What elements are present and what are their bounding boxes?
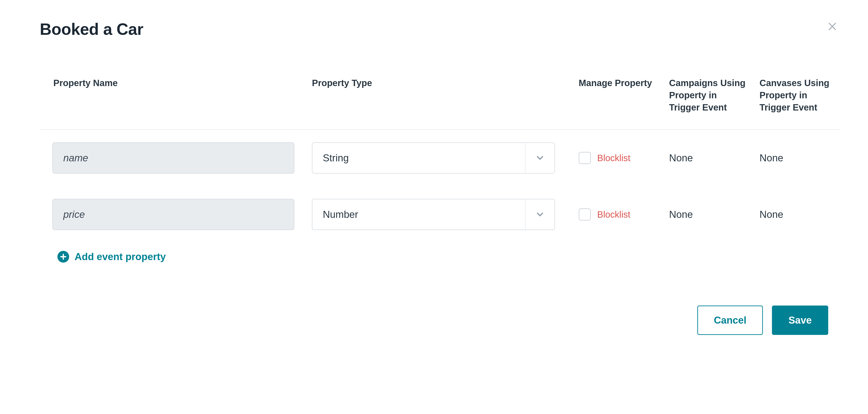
property-name-input[interactable]: name <box>53 142 294 173</box>
column-header-campaigns: Campaigns Using Property in Trigger Even… <box>664 77 754 129</box>
property-type-value: Number <box>312 209 525 220</box>
add-event-property-button[interactable]: Add event property <box>40 243 828 263</box>
column-header-manage: Manage Property <box>573 77 664 129</box>
cancel-button-label: Cancel <box>714 315 746 326</box>
chevron-down-icon <box>525 199 555 230</box>
campaigns-value: None <box>669 152 693 163</box>
properties-table: Property Name Property Type Manage Prope… <box>40 77 840 243</box>
table-row: name String Blocklist <box>40 130 840 186</box>
event-properties-modal: Booked a Car Property Name Property Type… <box>0 0 868 362</box>
campaigns-value: None <box>669 209 693 220</box>
close-icon <box>827 20 838 33</box>
blocklist-checkbox[interactable] <box>579 209 591 221</box>
property-name-input[interactable]: price <box>53 199 294 230</box>
cancel-button[interactable]: Cancel <box>698 306 763 335</box>
add-event-property-label: Add event property <box>74 251 166 262</box>
property-name-value: price <box>63 209 85 220</box>
table-row: price Number Blocklist <box>40 186 840 243</box>
blocklist-label: Blocklist <box>597 153 630 163</box>
blocklist-checkbox[interactable] <box>579 152 591 164</box>
property-type-value: String <box>312 152 525 164</box>
close-button[interactable] <box>826 20 839 33</box>
blocklist-label: Blocklist <box>597 210 630 220</box>
canvases-value: None <box>760 152 783 163</box>
column-header-type: Property Type <box>307 77 573 129</box>
property-type-select[interactable]: Number <box>312 199 555 230</box>
column-header-canvases: Canvases Using Property in Trigger Event <box>754 77 840 129</box>
modal-footer: Cancel Save <box>40 306 828 335</box>
property-name-value: name <box>63 152 88 164</box>
modal-title: Booked a Car <box>40 20 828 38</box>
plus-circle-icon <box>57 251 69 263</box>
chevron-down-icon <box>525 143 555 173</box>
save-button-label: Save <box>788 315 812 326</box>
save-button[interactable]: Save <box>772 306 828 335</box>
column-header-name: Property Name <box>40 77 307 129</box>
canvases-value: None <box>760 209 783 220</box>
property-type-select[interactable]: String <box>312 142 555 173</box>
